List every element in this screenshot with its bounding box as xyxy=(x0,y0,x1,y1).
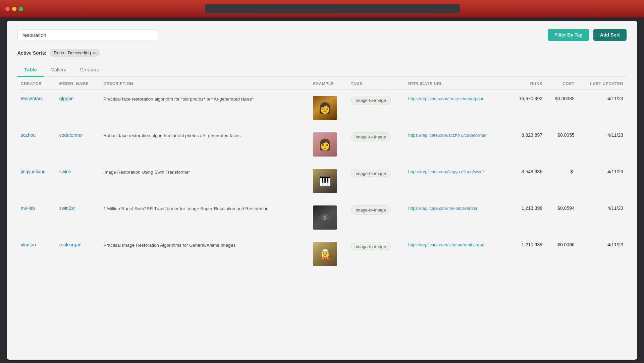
maximize-button[interactable] xyxy=(19,7,23,11)
toolbar-buttons: Filter By Tag Add Sort xyxy=(548,29,627,41)
cell-tags: image-to-image xyxy=(347,90,405,126)
model-name-link[interactable]: realesrgan xyxy=(59,242,82,247)
col-tags: TAGS xyxy=(347,77,405,90)
cell-cost: $0.00385 xyxy=(546,90,578,126)
model-name-link[interactable]: swin2sr xyxy=(59,205,75,211)
creator-link[interactable]: sczhou xyxy=(21,132,36,138)
cell-tags: image-to-image xyxy=(347,199,405,236)
close-button[interactable] xyxy=(5,7,10,11)
cell-runs: 3,548,986 xyxy=(509,163,546,199)
sort-badge: Runs - Descending × xyxy=(50,49,100,57)
table-row: tencentarc gfpgan Practical face restora… xyxy=(17,90,627,126)
example-image: 👩 xyxy=(313,132,337,157)
replicate-url-link[interactable]: https://replicate.com/sczho u/codeformer xyxy=(408,133,487,138)
tag-badge: image-to-image xyxy=(351,132,391,141)
toolbar: Filter By Tag Add Sort xyxy=(17,29,627,41)
tab-creators[interactable]: Creators xyxy=(73,63,106,77)
cell-example: 🎹 xyxy=(310,163,347,199)
cell-cost: $0.0066 xyxy=(546,236,578,273)
cell-model-name: realesrgan xyxy=(56,236,100,273)
cell-replicate-url: https://replicate.com/mv-lab/swin2sr xyxy=(405,199,509,236)
tag-badge: image-to-image xyxy=(351,169,391,178)
cell-description: 1 Million Runs! Swin2SR Transformer for … xyxy=(100,199,310,236)
cell-example: 👩 xyxy=(310,90,347,126)
add-sort-button[interactable]: Add Sort xyxy=(593,29,627,41)
col-replicate-url: REPLICATE URL xyxy=(405,77,509,90)
cell-last-updated: 4/11/23 xyxy=(578,163,627,199)
replicate-url-link[interactable]: https://replicate.com/tence ntarc/gfpgan xyxy=(408,96,485,101)
title-bar xyxy=(0,0,644,17)
cell-creator: mv-lab xyxy=(17,199,56,236)
col-last-updated: LAST UPDATED xyxy=(578,77,627,90)
cell-creator: tencentarc xyxy=(17,90,56,126)
cell-replicate-url: https://replicate.com/sczho u/codeformer xyxy=(405,126,509,163)
table-row: xinntao realesrgan Practical Image Resto… xyxy=(17,236,627,273)
table-header: CREATOR MODEL NAME DESCRIPTION EXAMPLE T… xyxy=(17,77,627,90)
table-row: jingyunliang swinir Image Restoration Us… xyxy=(17,163,627,199)
table-row: sczhou codeformer Robust face restoratio… xyxy=(17,126,627,163)
active-sorts-label: Active Sorts: xyxy=(17,50,46,56)
creator-link[interactable]: jingyunliang xyxy=(21,169,46,174)
table-wrapper: CREATOR MODEL NAME DESCRIPTION EXAMPLE T… xyxy=(17,77,627,272)
data-table: CREATOR MODEL NAME DESCRIPTION EXAMPLE T… xyxy=(17,77,627,272)
cell-runs: 1,213,398 xyxy=(509,199,546,236)
replicate-url-link[interactable]: https://replicate.com/lingyu nliang/swin… xyxy=(408,169,485,174)
creator-link[interactable]: xinntao xyxy=(21,242,36,247)
cell-tags: image-to-image xyxy=(347,126,405,163)
cell-tags: image-to-image xyxy=(347,236,405,273)
tab-gallery[interactable]: Gallery xyxy=(44,63,73,77)
traffic-lights xyxy=(5,7,23,11)
example-image: 🧝 xyxy=(313,242,337,266)
tag-badge: image-to-image xyxy=(351,205,391,215)
col-runs: RUNS xyxy=(509,77,546,90)
table-body: tencentarc gfpgan Practical face restora… xyxy=(17,90,627,273)
col-description: DESCRIPTION xyxy=(100,77,310,90)
creator-link[interactable]: tencentarc xyxy=(21,96,43,101)
col-creator: CREATOR xyxy=(17,77,56,90)
cell-replicate-url: https://replicate.com/xinntao/realesrgan xyxy=(405,236,509,273)
example-image: 👁 xyxy=(313,205,337,230)
active-sorts: Active Sorts: Runs - Descending × xyxy=(17,49,627,57)
model-name-link[interactable]: codeformer xyxy=(59,132,83,138)
cell-model-name: codeformer xyxy=(56,126,100,163)
sort-badge-close-icon[interactable]: × xyxy=(93,50,96,55)
example-image: 🎹 xyxy=(313,169,337,193)
cell-example: 🧝 xyxy=(310,236,347,273)
cell-creator: jingyunliang xyxy=(17,163,56,199)
replicate-url-link[interactable]: https://replicate.com/mv-lab/swin2sr xyxy=(408,206,478,211)
cell-description: Practical face restoration algorithm for… xyxy=(100,90,310,126)
cell-last-updated: 4/11/23 xyxy=(578,126,627,163)
model-name-link[interactable]: gfpgan xyxy=(59,96,74,101)
cell-replicate-url: https://replicate.com/tence ntarc/gfpgan xyxy=(405,90,509,126)
col-model-name: MODEL NAME xyxy=(56,77,100,90)
tabs: Table Gallery Creators xyxy=(17,63,627,77)
filter-by-tag-button[interactable]: Filter By Tag xyxy=(548,29,589,41)
creator-link[interactable]: mv-lab xyxy=(21,205,35,211)
replicate-url-link[interactable]: https://replicate.com/xinntao/realesrgan xyxy=(408,242,484,247)
cell-description: Image Restoration Using Swin Transformer xyxy=(100,163,310,199)
cell-creator: xinntao xyxy=(17,236,56,273)
cell-tags: image-to-image xyxy=(347,163,405,199)
cell-model-name: swinir xyxy=(56,163,100,199)
minimize-button[interactable] xyxy=(12,7,16,11)
cell-model-name: swin2sr xyxy=(56,199,100,236)
table-row: mv-lab swin2sr 1 Million Runs! Swin2SR T… xyxy=(17,199,627,236)
cell-runs: 1,210,939 xyxy=(509,236,546,273)
col-cost: COST xyxy=(546,77,578,90)
sort-badge-text: Runs - Descending xyxy=(54,50,91,55)
url-bar[interactable] xyxy=(205,4,460,13)
model-name-link[interactable]: swinir xyxy=(59,169,71,174)
cell-cost: $- xyxy=(546,163,578,199)
cell-creator: sczhou xyxy=(17,126,56,163)
tab-table[interactable]: Table xyxy=(17,63,44,77)
main-window: Filter By Tag Add Sort Active Sorts: Run… xyxy=(7,21,637,360)
cell-runs: 8,823,897 xyxy=(509,126,546,163)
cell-runs: 16,670,992 xyxy=(509,90,546,126)
tag-badge: image-to-image xyxy=(351,242,391,251)
cell-last-updated: 4/11/23 xyxy=(578,90,627,126)
cell-example: 👁 xyxy=(310,199,347,236)
cell-last-updated: 4/11/23 xyxy=(578,199,627,236)
search-input[interactable] xyxy=(17,29,158,41)
cell-cost: $0.0055 xyxy=(546,126,578,163)
cell-example: 👩 xyxy=(310,126,347,163)
